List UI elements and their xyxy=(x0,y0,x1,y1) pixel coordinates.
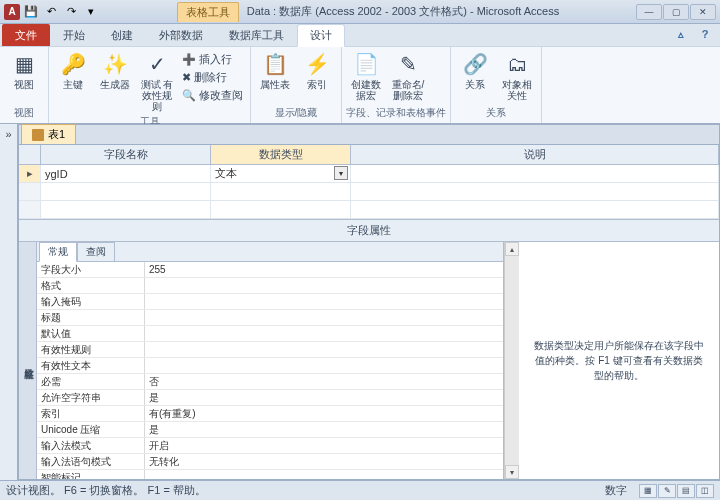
property-row: 索引有(有重复) xyxy=(37,406,503,422)
rename-delete-macro-button[interactable]: ✎重命名/ 删除宏 xyxy=(388,49,428,103)
modify-lookups-button[interactable]: 🔍修改查阅 xyxy=(179,87,246,104)
field-name-cell[interactable] xyxy=(41,201,211,218)
property-name: 索引 xyxy=(37,406,145,421)
qat-dropdown-icon[interactable]: ▾ xyxy=(82,3,100,21)
help-icon[interactable]: ? xyxy=(696,28,714,46)
tab-file[interactable]: 文件 xyxy=(2,24,50,46)
close-button[interactable]: ✕ xyxy=(690,4,716,20)
redo-icon[interactable]: ↷ xyxy=(62,3,80,21)
field-name-cell[interactable] xyxy=(41,183,211,200)
property-row: 智能标记 xyxy=(37,470,503,479)
data-type-cell[interactable] xyxy=(211,183,351,200)
row-selector[interactable] xyxy=(19,183,41,200)
create-data-macro-button[interactable]: 📄创建数据宏 xyxy=(346,49,386,103)
property-value[interactable] xyxy=(145,278,503,293)
scroll-up-icon[interactable]: ▴ xyxy=(505,242,519,256)
property-value[interactable]: 有(有重复) xyxy=(145,406,503,421)
property-row: 输入法模式开启 xyxy=(37,438,503,454)
property-scrollbar[interactable]: ▴ ▾ xyxy=(504,242,519,479)
delete-rows-button[interactable]: ✖删除行 xyxy=(179,69,246,86)
property-sheet-button[interactable]: 📋属性表 xyxy=(255,49,295,92)
data-type-cell[interactable] xyxy=(211,201,351,218)
ribbon-minimize-icon[interactable]: ▵ xyxy=(672,28,690,46)
property-value[interactable]: 无转化 xyxy=(145,454,503,469)
title-bar: A 💾 ↶ ↷ ▾ 表格工具 Data : 数据库 (Access 2002 -… xyxy=(0,0,720,24)
property-name: 输入掩码 xyxy=(37,294,145,309)
object-dependencies-button[interactable]: 🗂对象相关性 xyxy=(497,49,537,103)
group-views: 视图 xyxy=(4,105,44,121)
property-grid: 字段大小255格式输入掩码标题默认值有效性规则有效性文本必需否允许空字符串是索引… xyxy=(37,262,503,479)
maximize-button[interactable]: ▢ xyxy=(663,4,689,20)
field-properties-pane: 导航窗格 常规 查阅 字段大小255格式输入掩码标题默认值有效性规则有效性文本必… xyxy=(19,242,719,479)
tab-general[interactable]: 常规 xyxy=(39,242,77,262)
property-row: Unicode 压缩是 xyxy=(37,422,503,438)
save-icon[interactable]: 💾 xyxy=(22,3,40,21)
tab-home[interactable]: 开始 xyxy=(50,24,98,46)
app-icon[interactable]: A xyxy=(4,4,20,20)
property-row: 有效性规则 xyxy=(37,342,503,358)
property-value[interactable]: 否 xyxy=(145,374,503,389)
undo-icon[interactable]: ↶ xyxy=(42,3,60,21)
property-name: 格式 xyxy=(37,278,145,293)
property-name: 默认值 xyxy=(37,326,145,341)
design-grid-row xyxy=(19,201,719,219)
scroll-down-icon[interactable]: ▾ xyxy=(505,465,519,479)
property-row: 默认值 xyxy=(37,326,503,342)
builder-button[interactable]: ✨生成器 xyxy=(95,49,135,92)
property-value[interactable]: 是 xyxy=(145,390,503,405)
status-mode: 数字 xyxy=(605,483,627,498)
test-validation-button[interactable]: ✓测试 有效性规则 xyxy=(137,49,177,114)
view-sql-icon[interactable]: ▤ xyxy=(677,484,695,498)
property-name: 输入法语句模式 xyxy=(37,454,145,469)
property-value[interactable]: 是 xyxy=(145,422,503,437)
dropdown-icon[interactable]: ▾ xyxy=(334,166,348,180)
data-type-cell[interactable]: 文本▾ xyxy=(211,165,351,182)
property-value[interactable] xyxy=(145,294,503,309)
relationships-icon: 🔗 xyxy=(461,51,489,77)
view-switcher: ▦ ✎ ▤ ◫ xyxy=(639,484,714,498)
field-properties-title: 字段属性 xyxy=(19,219,719,242)
indexes-button[interactable]: ⚡索引 xyxy=(297,49,337,92)
tab-create[interactable]: 创建 xyxy=(98,24,146,46)
col-data-type[interactable]: 数据类型 xyxy=(211,145,351,164)
property-value[interactable]: 开启 xyxy=(145,438,503,453)
property-name: Unicode 压缩 xyxy=(37,422,145,437)
property-value[interactable] xyxy=(145,310,503,325)
property-row: 标题 xyxy=(37,310,503,326)
row-selector[interactable] xyxy=(19,201,41,218)
property-value[interactable] xyxy=(145,326,503,341)
nav-pane-label[interactable]: 导航窗格 xyxy=(19,242,37,479)
view-datasheet-icon[interactable]: ▦ xyxy=(639,484,657,498)
row-selector[interactable]: ▸ xyxy=(19,165,41,182)
tab-design[interactable]: 设计 xyxy=(297,24,345,47)
design-grid-row xyxy=(19,183,719,201)
builder-icon: ✨ xyxy=(101,51,129,77)
document-tab-table1[interactable]: 表1 xyxy=(21,124,76,144)
relationships-button[interactable]: 🔗关系 xyxy=(455,49,495,92)
primary-key-button[interactable]: 🔑主键 xyxy=(53,49,93,92)
property-value[interactable]: 255 xyxy=(145,262,503,277)
description-cell[interactable] xyxy=(351,183,719,200)
property-name: 字段大小 xyxy=(37,262,145,277)
view-button[interactable]: ▦视图 xyxy=(4,49,44,92)
description-cell[interactable] xyxy=(351,201,719,218)
col-description[interactable]: 说明 xyxy=(351,145,719,164)
navigation-pane-collapsed[interactable]: » xyxy=(0,124,18,480)
tab-lookup[interactable]: 查阅 xyxy=(77,242,115,261)
field-name-cell[interactable]: ygID xyxy=(41,165,211,182)
description-cell[interactable] xyxy=(351,165,719,182)
minimize-button[interactable]: — xyxy=(636,4,662,20)
row-selector-header[interactable] xyxy=(19,145,41,164)
tab-external[interactable]: 外部数据 xyxy=(146,24,216,46)
document-area: » 表1 字段名称 数据类型 说明 ▸ ygID 文本▾ 字 xyxy=(0,124,720,480)
view-design-icon[interactable]: ✎ xyxy=(658,484,676,498)
insert-rows-button[interactable]: ➕插入行 xyxy=(179,51,246,68)
property-row: 输入掩码 xyxy=(37,294,503,310)
tab-dbtools[interactable]: 数据库工具 xyxy=(216,24,297,46)
view-pivot-icon[interactable]: ◫ xyxy=(696,484,714,498)
property-value[interactable] xyxy=(145,358,503,373)
property-value[interactable] xyxy=(145,470,503,479)
property-name: 标题 xyxy=(37,310,145,325)
property-value[interactable] xyxy=(145,342,503,357)
col-field-name[interactable]: 字段名称 xyxy=(41,145,211,164)
